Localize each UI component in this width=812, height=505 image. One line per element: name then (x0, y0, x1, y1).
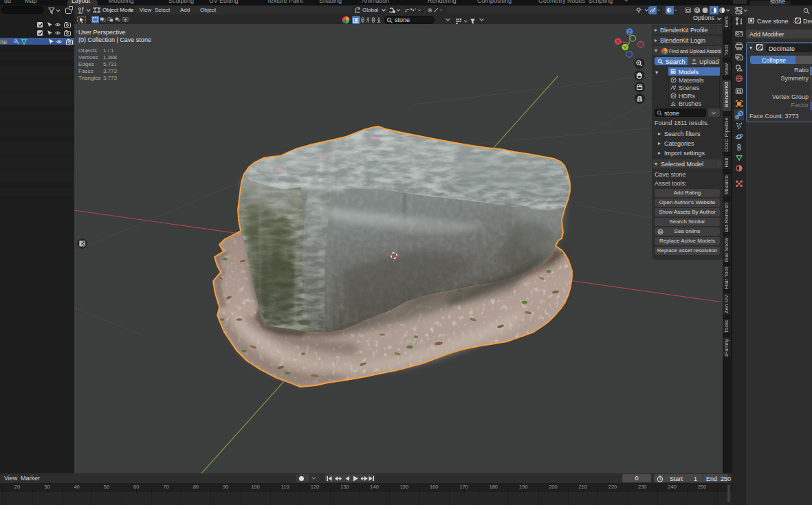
svg-text:Z: Z (628, 29, 631, 35)
svg-text:X: X (616, 38, 619, 45)
svg-text:Y: Y (624, 45, 627, 51)
